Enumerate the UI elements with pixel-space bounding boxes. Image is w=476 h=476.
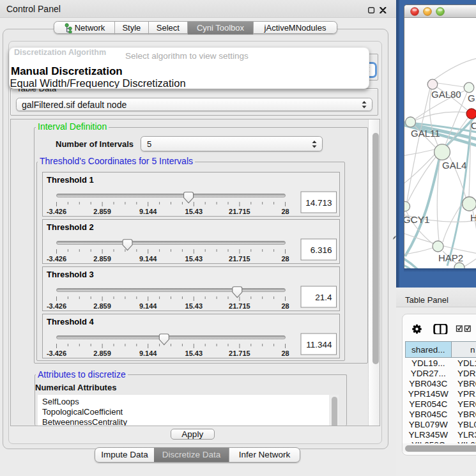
svg-text:G.: G.	[468, 93, 476, 104]
svg-text:28: 28	[281, 349, 289, 357]
svg-text:14.713: 14.713	[305, 198, 332, 208]
svg-text:GCY1: GCY1	[404, 214, 430, 225]
svg-text:2.859: 2.859	[93, 302, 111, 310]
svg-text:6.316: 6.316	[310, 245, 332, 255]
svg-text:-3.426: -3.426	[46, 349, 66, 357]
svg-text:21.715: 21.715	[229, 349, 250, 357]
svg-text:28: 28	[281, 302, 289, 310]
svg-text:HAP2: HAP2	[438, 252, 463, 263]
svg-text:15.43: 15.43	[185, 302, 203, 310]
svg-text:-3.426: -3.426	[46, 302, 66, 310]
svg-text:9.144: 9.144	[139, 302, 157, 310]
svg-text:21.715: 21.715	[229, 255, 250, 263]
svg-text:GAL80: GAL80	[431, 89, 461, 100]
svg-text:GAL4: GAL4	[442, 160, 466, 171]
svg-text:2.859: 2.859	[93, 349, 111, 357]
svg-text:28: 28	[281, 208, 289, 215]
svg-text:21.715: 21.715	[229, 208, 250, 215]
svg-text:28: 28	[281, 255, 289, 263]
svg-text:-3.426: -3.426	[46, 255, 66, 263]
svg-text:21.4: 21.4	[315, 293, 332, 302]
svg-text:9.144: 9.144	[139, 208, 157, 215]
svg-text:-3.426: -3.426	[46, 208, 66, 215]
svg-text:9.144: 9.144	[139, 349, 157, 357]
svg-text:H: H	[470, 212, 476, 223]
svg-text:Threshold 2: Threshold 2	[47, 222, 94, 232]
svg-text:11.344: 11.344	[306, 340, 332, 349]
svg-text:Threshold 3: Threshold 3	[47, 270, 94, 279]
svg-text:GAL11: GAL11	[411, 128, 440, 139]
svg-text:15.43: 15.43	[185, 208, 203, 215]
svg-text:15.43: 15.43	[185, 255, 203, 263]
svg-text:Threshold 4: Threshold 4	[47, 317, 94, 326]
svg-text:C: C	[471, 120, 476, 131]
svg-text:2.859: 2.859	[93, 255, 111, 263]
svg-text:15.43: 15.43	[185, 349, 203, 357]
svg-text:2.859: 2.859	[93, 208, 111, 215]
svg-text:21.715: 21.715	[229, 302, 250, 310]
svg-text:Threshold 1: Threshold 1	[47, 175, 94, 185]
svg-text:9.144: 9.144	[139, 255, 157, 263]
